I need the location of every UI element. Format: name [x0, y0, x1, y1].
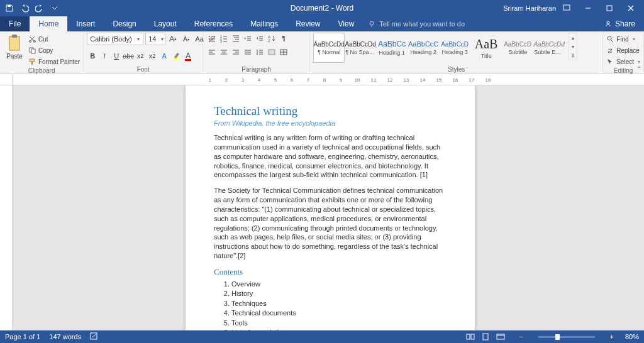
subscript-button[interactable]: x2 — [135, 50, 146, 62]
tab-review[interactable]: Review — [287, 16, 329, 31]
style-item-title[interactable]: AaBTitle — [470, 33, 502, 63]
group-styles: AaBbCcDd¶ NormalAaBbCcDd¶ No Spac...AaBb… — [310, 31, 603, 74]
tab-design[interactable]: Design — [104, 16, 145, 31]
status-page[interactable]: Page 1 of 1 — [5, 333, 40, 340]
style-item--no-spac-[interactable]: AaBbCcDd¶ No Spac... — [345, 33, 376, 63]
tab-insert[interactable]: Insert — [67, 16, 104, 31]
doc-paragraph[interactable]: Technical writing is any written form of… — [214, 133, 447, 180]
zoom-in-button[interactable]: + — [608, 333, 616, 340]
align-right-button[interactable] — [230, 46, 242, 58]
tab-mailings[interactable]: Mailings — [242, 16, 287, 31]
list-item[interactable]: Technical documents — [231, 308, 447, 318]
find-button[interactable]: Find▾ — [606, 34, 640, 44]
styles-scroll-up[interactable]: ▴ — [569, 33, 577, 42]
doc-paragraph[interactable]: The Society for Technical Communication … — [214, 186, 447, 261]
increase-indent-button[interactable] — [254, 33, 265, 44]
qat-customize-icon[interactable] — [48, 1, 62, 15]
lightbulb-icon — [368, 20, 375, 28]
select-button[interactable]: Select▾ — [606, 57, 640, 67]
superscript-button[interactable]: x2 — [147, 50, 158, 62]
copy-button[interactable]: Copy — [28, 45, 80, 55]
list-item[interactable]: Techniques — [231, 299, 447, 308]
vertical-ruler[interactable] — [0, 85, 13, 330]
show-marks-button[interactable]: ¶ — [278, 33, 289, 44]
grow-font-button[interactable]: A▴ — [167, 33, 179, 45]
style-item--normal[interactable]: AaBbCcDd¶ Normal — [313, 33, 345, 63]
horizontal-ruler[interactable]: 123456789101112131415161718 — [13, 74, 644, 85]
doc-heading-contents[interactable]: Contents — [214, 267, 447, 277]
svg-rect-68 — [497, 334, 504, 339]
doc-subtitle[interactable]: From Wikipedia, the free encyclopaedia — [214, 119, 447, 127]
svg-rect-14 — [31, 49, 35, 53]
ribbon-display-icon[interactable] — [562, 3, 571, 13]
doc-contents-list[interactable]: OverviewHistoryTechniquesTechnical docum… — [214, 280, 447, 330]
style-item-heading-3[interactable]: AaBbCcDHeading 3 — [439, 33, 470, 63]
zoom-level[interactable]: 80% — [625, 333, 639, 340]
tab-view[interactable]: View — [330, 16, 364, 31]
align-center-button[interactable] — [218, 46, 230, 58]
zoom-slider[interactable] — [538, 336, 595, 338]
cut-button[interactable]: Cut — [28, 34, 80, 44]
tab-file[interactable]: File — [0, 16, 30, 31]
view-read-mode[interactable] — [464, 331, 477, 342]
bullets-button[interactable] — [206, 33, 218, 44]
font-color-button[interactable]: A — [182, 50, 194, 62]
font-name-combo[interactable]: Calibri (Body)▾ — [87, 33, 143, 45]
line-spacing-button[interactable] — [254, 46, 265, 58]
borders-button[interactable] — [278, 46, 289, 58]
save-icon[interactable] — [3, 1, 16, 15]
paste-label: Paste — [6, 53, 23, 60]
list-item[interactable]: Tools — [231, 318, 447, 328]
multilevel-list-button[interactable] — [230, 33, 242, 44]
list-item[interactable]: Overview — [231, 280, 447, 289]
svg-point-19 — [209, 36, 210, 37]
close-button[interactable] — [620, 0, 641, 16]
view-web-layout[interactable] — [494, 331, 508, 342]
styles-expand[interactable]: ⊻ — [569, 51, 577, 60]
tab-layout[interactable]: Layout — [145, 16, 186, 31]
doc-heading-title[interactable]: Technical writing — [214, 104, 447, 118]
shrink-font-button[interactable]: A▾ — [180, 33, 192, 45]
paste-button[interactable]: Paste — [3, 33, 26, 60]
underline-button[interactable]: U — [111, 50, 122, 62]
undo-icon[interactable] — [18, 1, 31, 15]
minimize-button[interactable] — [577, 0, 599, 16]
document-canvas[interactable]: Technical writing From Wikipedia, the fr… — [13, 85, 644, 330]
collapse-ribbon-button[interactable]: ⌃ — [636, 65, 641, 72]
style-item-subtitle[interactable]: AaBbCcDSubtitle — [502, 33, 533, 63]
zoom-out-button[interactable]: − — [516, 333, 525, 340]
highlight-button[interactable] — [170, 50, 182, 62]
numbering-button[interactable]: 123 — [218, 33, 230, 44]
zoom-thumb[interactable] — [555, 334, 560, 340]
tab-references[interactable]: References — [186, 16, 242, 31]
list-item[interactable]: History — [231, 289, 447, 298]
justify-button[interactable] — [242, 46, 253, 58]
status-proofing-icon[interactable] — [90, 332, 99, 341]
share-button[interactable]: Share — [596, 16, 644, 31]
format-painter-button[interactable]: Format Painter — [28, 57, 80, 67]
redo-icon[interactable] — [33, 1, 47, 15]
styles-scroll-down[interactable]: ▾ — [569, 42, 577, 51]
italic-button[interactable]: I — [99, 50, 110, 62]
view-print-layout[interactable] — [479, 331, 492, 342]
align-left-button[interactable] — [206, 46, 218, 58]
shading-button[interactable] — [266, 46, 277, 58]
replace-button[interactable]: Replace — [606, 45, 640, 55]
svg-rect-16 — [31, 62, 33, 65]
style-item-subtle-em-[interactable]: AaBbCcDdSubtle Em... — [533, 33, 565, 63]
bold-button[interactable]: B — [87, 50, 98, 62]
sort-button[interactable]: AZ — [266, 33, 277, 44]
style-item-heading-2[interactable]: AaBbCcCHeading 2 — [408, 33, 439, 63]
style-item-heading-1[interactable]: AaBbCcHeading 1 — [376, 33, 408, 63]
strikethrough-button[interactable]: abc — [123, 50, 134, 62]
status-words[interactable]: 147 words — [49, 333, 81, 340]
decrease-indent-button[interactable] — [242, 33, 253, 44]
group-label-paragraph: Paragraph — [206, 65, 306, 74]
maximize-button[interactable] — [599, 0, 620, 16]
tab-home[interactable]: Home — [30, 16, 67, 31]
text-effects-button[interactable]: A — [158, 50, 170, 62]
tell-me-search[interactable]: Tell me what you want to do — [368, 16, 465, 31]
font-size-combo[interactable]: 14▾ — [145, 33, 165, 45]
svg-point-23 — [209, 41, 210, 42]
paste-icon — [7, 34, 22, 52]
